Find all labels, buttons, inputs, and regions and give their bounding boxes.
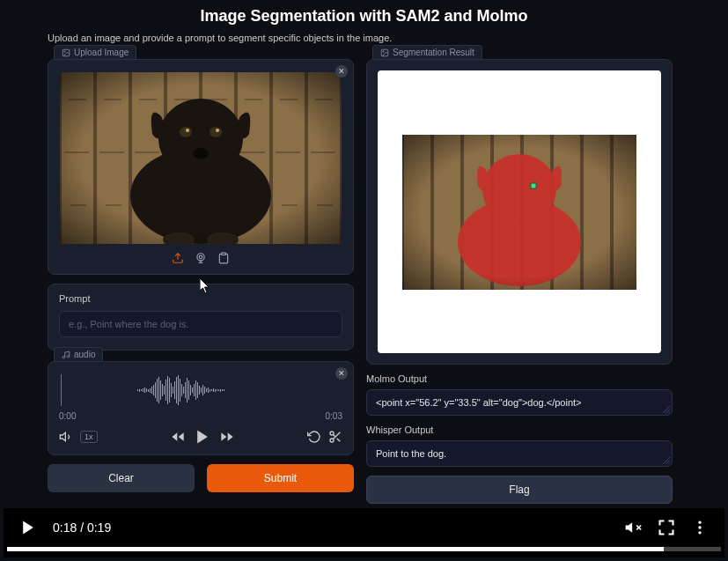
flag-button[interactable]: Flag (366, 476, 673, 504)
music-icon (62, 351, 70, 359)
whisper-output-text: Point to the dog. (376, 448, 446, 459)
audio-time-start: 0:00 (59, 411, 76, 421)
fullscreen-icon[interactable] (658, 519, 675, 536)
whisper-output[interactable]: Point to the dog. (366, 440, 673, 467)
svg-marker-28 (172, 432, 177, 440)
audio-waveform[interactable] (59, 374, 342, 406)
svg-point-53 (698, 526, 701, 528)
image-icon (62, 48, 70, 57)
svg-marker-48 (23, 521, 33, 535)
resize-handle-icon[interactable] (663, 457, 670, 464)
close-icon[interactable]: ✕ (335, 367, 348, 380)
webcam-icon[interactable] (194, 251, 208, 265)
page-title: Image Segmentation with SAM2 and Molmo (0, 0, 728, 29)
audio-time-end: 0:03 (326, 411, 342, 421)
mute-icon[interactable] (624, 519, 642, 536)
volume-icon[interactable] (59, 430, 73, 444)
upload-tab: Upload Image (54, 45, 136, 59)
svg-line-37 (333, 434, 335, 437)
audio-tab-label: audio (74, 350, 95, 359)
close-icon[interactable]: ✕ (335, 65, 348, 78)
svg-marker-29 (178, 432, 183, 440)
clear-button[interactable]: Clear (48, 464, 195, 492)
svg-marker-27 (60, 432, 65, 440)
svg-point-26 (67, 355, 70, 358)
video-progress[interactable] (7, 547, 721, 551)
svg-point-25 (63, 356, 65, 358)
resize-handle-icon[interactable] (663, 406, 670, 413)
molmo-output[interactable]: <point x="56.2" y="33.5" alt="dog">dog.<… (366, 389, 673, 416)
clipboard-icon[interactable] (217, 251, 231, 265)
molmo-output-text: <point x="56.2" y="33.5" alt="dog">dog.<… (376, 397, 582, 408)
svg-point-1 (64, 50, 65, 51)
prompt-label: Prompt (59, 293, 342, 304)
svg-point-20 (197, 254, 204, 261)
svg-marker-32 (221, 432, 226, 440)
upload-icon[interactable] (171, 251, 185, 265)
video-progress-fill (7, 547, 664, 551)
upload-image-panel: Upload Image ✕ (48, 59, 354, 275)
upload-tab-label: Upload Image (74, 48, 129, 57)
image-icon (380, 48, 389, 57)
speed-badge[interactable]: 1x (80, 431, 98, 443)
audio-panel: audio ✕ 0:00 0:03 1x (48, 361, 354, 455)
forward-icon[interactable] (220, 430, 234, 444)
audio-tab: audio (54, 347, 103, 361)
whisper-output-label: Whisper Output (366, 424, 673, 435)
play-icon[interactable] (19, 519, 37, 536)
result-tab: Segmentation Result (372, 45, 482, 59)
svg-line-36 (337, 439, 341, 442)
svg-point-52 (698, 521, 701, 524)
molmo-output-label: Molmo Output (366, 373, 673, 384)
svg-point-34 (330, 439, 334, 442)
svg-rect-18 (60, 72, 342, 244)
uploaded-image[interactable] (60, 72, 342, 244)
svg-marker-30 (197, 431, 208, 444)
svg-point-39 (383, 50, 384, 51)
prompt-panel: Prompt (48, 284, 354, 351)
submit-button[interactable]: Submit (207, 464, 354, 492)
trim-icon[interactable] (328, 430, 342, 444)
svg-rect-47 (402, 135, 636, 290)
more-icon[interactable] (691, 519, 709, 536)
svg-point-54 (698, 531, 701, 534)
svg-marker-49 (626, 522, 633, 533)
result-tab-label: Segmentation Result (393, 48, 474, 57)
play-icon[interactable] (194, 428, 211, 446)
video-time: 0:18 / 0:19 (53, 520, 111, 535)
result-panel: Segmentation Result (366, 59, 673, 365)
rewind-icon[interactable] (171, 430, 185, 444)
prompt-input[interactable] (59, 311, 342, 337)
video-player-bar: 0:18 / 0:19 (4, 508, 724, 557)
svg-marker-31 (227, 432, 232, 440)
segmentation-result[interactable] (378, 70, 661, 353)
svg-point-33 (330, 432, 334, 435)
svg-rect-24 (222, 253, 226, 255)
svg-point-21 (199, 255, 202, 259)
undo-icon[interactable] (307, 430, 321, 444)
